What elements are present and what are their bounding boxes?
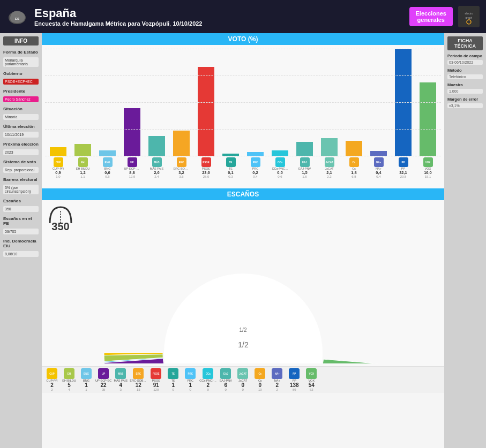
country-title: España [34, 6, 203, 20]
seats-item-psoe: PSOEPSOE91120 [148, 368, 164, 391]
seats-sub-bng: 1 [85, 388, 87, 391]
info-sidebar: INFO Forma de Estado Monarquía parlament… [0, 33, 42, 448]
ind-demo-label: Ind. Democracia EIU [3, 239, 39, 248]
party-vote-subvalue-jxcat: 2,2 [327, 175, 331, 178]
party-vote-subvalue-erc-sobirani: 3,6 [179, 175, 183, 178]
ultima-value: 10/11/2019 [3, 132, 39, 138]
seats-item-cup-pr: CUPCUP-PR22 [44, 368, 60, 391]
seats-sub-psoe: 120 [153, 388, 159, 391]
seats-sub-cup-pr: 2 [51, 388, 53, 391]
party-icon-eaj-pnv: EAJ [300, 157, 310, 167]
metodo-label: Método [447, 68, 483, 73]
party-vote-value-up-ecp-ec: 8,8 [129, 170, 134, 175]
party-seats-row: CUPCUP-PR22EHEH BILDU54BNGBNG11UPUP-ECP-… [42, 366, 444, 393]
header-right: Elecciones generales electro graph [409, 6, 480, 27]
svg-point-6 [164, 274, 323, 363]
party-vote-value-cup-pr: 0,9 [55, 170, 61, 175]
periodo-value: 03-06/10/2022 [447, 60, 483, 65]
muestra-value: 1.000 [447, 89, 483, 94]
seats-sub-más pais: 3 [120, 388, 122, 391]
seats-item-te: TETE10 [165, 368, 181, 391]
seats-item-más pais: MÁSMÁS PAIS43 [113, 368, 129, 391]
parliament-container: 350 1/2 1/2 [42, 200, 444, 366]
seats-sub-pp: 89 [293, 388, 296, 391]
seats-value-jxcat: 0 [241, 382, 244, 388]
ficha-title: FICHA TÉCNICA [447, 36, 483, 50]
party-icon-erc-sobirani: ERC [177, 157, 186, 167]
header-text: España Encuesta de Hamalgama Métrica par… [34, 6, 203, 27]
gobierno-value: PSOE+ECP+EC [3, 79, 39, 85]
survey-date: 10/10/2022 [173, 20, 202, 27]
party-vote-value-na+: 0,4 [376, 170, 381, 175]
party-icon-cca-pnc-nc: CCa [275, 157, 285, 167]
party-vote-subvalue-psoe: 28,0 [203, 175, 210, 178]
party-icon-up-ecp-ec: UP [128, 157, 137, 167]
seats-icon-eh bildu: EH [64, 368, 74, 379]
escanos-pe-label: Escaños en el PE [3, 216, 39, 226]
svg-text:graph: graph [466, 16, 473, 19]
party-icon-prc: PRC [251, 157, 260, 167]
party-vote-subvalue-cca-pnc-nc: 0,6 [278, 175, 282, 178]
presidente-label: Presidente [3, 89, 39, 94]
escanos-pe-value: 59/705 [3, 229, 39, 234]
seats-item-eh bildu: EHEH BILDU54 [61, 368, 77, 391]
barrera-label: Barrera electoral [3, 177, 39, 182]
seats-value-cca-pnc-nc: 2 [206, 382, 210, 388]
seats-icon-na+: NA+ [272, 368, 282, 379]
grid-line-top [45, 49, 441, 49]
seats-icon-cs: Cs [255, 368, 265, 379]
party-vote-value-cs: 1,8 [351, 170, 356, 175]
party-vote-subvalue-na+: 0,4 [376, 175, 380, 178]
voto-section: VOTO (%) [42, 33, 444, 188]
party-icon-jxcat: JxCAT [325, 157, 334, 167]
total-seats-number: 350 [51, 221, 69, 233]
elecciones-badge: Elecciones generales [409, 7, 453, 26]
party-vote-value-psoe: 23,6 [202, 170, 210, 175]
sidebar-info-title: INFO [3, 36, 39, 45]
seats-value-up-ecp-ec: 22 [101, 382, 107, 388]
seats-value-erc-sobirani: 12 [136, 382, 141, 388]
sistema-label: Sistema de voto [3, 160, 39, 164]
ind-demo-value: 8,08/10 [3, 251, 39, 257]
party-vote-value-erc-sobirani: 3,2 [178, 170, 184, 175]
party-icon-psoe: PSOE [201, 157, 211, 167]
party-vote-subvalue-vox: 15,1 [425, 175, 431, 178]
seats-value-psoe: 91 [153, 382, 159, 388]
party-vote-subvalue-prc: 0,4 [253, 175, 257, 178]
total-seats-display: 350 [47, 204, 74, 233]
barrera-value: 3% (por circunscripción) [3, 185, 39, 194]
seats-icon-prc: PRC [185, 368, 196, 379]
grid-area [45, 49, 441, 156]
party-icons-bar: CUPCUP-PREHEH BILDUBNGBNGUPUP-ECP-ECMÁSM… [45, 157, 441, 170]
party-vote-value-jxcat: 2,1 [326, 170, 332, 175]
seats-item-pp: PPPP13889 [286, 368, 302, 391]
seats-sub-up-ecp-ec: 35 [102, 388, 106, 391]
bar-chart-area: CUPCUP-PREHEH BILDUBNGBNGUPUP-ECP-ECMÁSM… [42, 45, 444, 188]
margen-value: ±3,1% [447, 103, 483, 108]
svg-text:electro: electro [465, 12, 473, 15]
svg-text:ES: ES [15, 17, 19, 20]
seats-icon-cca-pnc-nc: CCa [203, 368, 213, 379]
seats-icon-te: TE [168, 368, 178, 379]
seats-value-prc: 1 [189, 382, 192, 388]
party-icon-te: TE [226, 157, 236, 167]
party-vote-subvalue-up-ecp-ec: 12,9 [129, 175, 136, 178]
header: ES España Encuesta de Hamalgama Métrica … [0, 0, 486, 33]
seats-icon-pp: PP [289, 368, 300, 379]
situacion-value: Minoría [3, 114, 39, 120]
seats-sub-jxcat: 0 [242, 388, 244, 391]
seats-item-bng: BNGBNG11 [78, 368, 94, 391]
margen-label: Margen de error [447, 97, 483, 102]
escanos-sidebar-value: 350 [3, 206, 39, 212]
seats-item-na+: NA+NA+22 [269, 368, 285, 391]
seats-sub-vox: 52 [310, 388, 313, 391]
party-vote-value-prc: 0,2 [252, 170, 258, 175]
seats-item-vox: VOXVOX5452 [303, 368, 319, 391]
party-vote-subvalue-pp: 20,8 [400, 175, 407, 178]
party-vote-value-vox: 16,0 [424, 170, 432, 175]
seats-item-cs: CsCs010 [252, 368, 268, 391]
party-icon-bng: BNG [103, 157, 113, 167]
forma-estado-value: Monarquía parlamentaria [3, 57, 39, 67]
periodo-label: Período de campo [447, 54, 483, 58]
party-values-bar: 0,91,01,21,10,60,58,812,92,62,43,23,623,… [45, 170, 441, 178]
